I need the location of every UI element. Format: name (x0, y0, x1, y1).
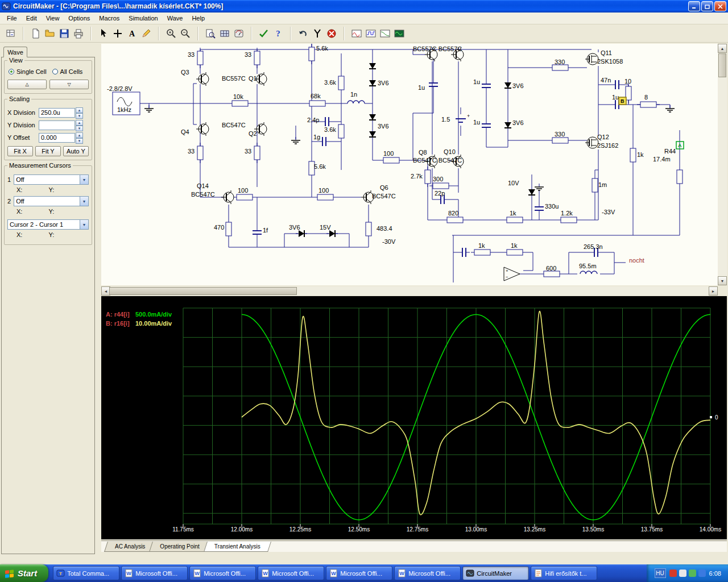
taskbar-task-microsoft-offi-[interactable]: WMicrosoft Offi... (326, 566, 392, 580)
wave-panel: Wave View Single CellAll Cells △ ▽ Scali… (0, 43, 97, 564)
taskbar-task-microsoft-offi-[interactable]: WMicrosoft Offi... (394, 566, 461, 580)
cursor1-number: 1 (7, 176, 11, 183)
stop-simulation-button[interactable] (324, 27, 338, 40)
cursor1-select[interactable]: Off ▼ (14, 174, 89, 185)
scroll-down-icon[interactable]: ▼ (718, 276, 727, 285)
menu-file[interactable]: File (2, 14, 22, 23)
start-button[interactable]: Start (0, 564, 48, 582)
radio-single-cell[interactable]: Single Cell (9, 68, 47, 75)
y-offset-spinner[interactable]: ▲▼ (76, 132, 83, 143)
save-file-button[interactable] (57, 27, 71, 40)
cursor2-x-label: X: (16, 208, 22, 215)
tab-ac-analysis[interactable]: AC Analysis (106, 541, 154, 552)
antivirus-icon[interactable] (669, 569, 677, 577)
scroll-right-icon[interactable]: ► (709, 286, 718, 296)
component-label: 1kHz (117, 106, 131, 113)
tab-transient-analysis[interactable]: Transient Analysis (205, 541, 270, 552)
component-label: 3.6k (324, 126, 336, 133)
horizontal-scroll-thumb[interactable] (109, 287, 297, 295)
find-part-button[interactable] (203, 27, 217, 40)
scroll-up-icon[interactable]: ▲ (718, 44, 727, 53)
vertical-scrollbar[interactable]: ▲ ▼ (718, 44, 727, 285)
tab-operating-point[interactable]: Operating Point (151, 541, 209, 552)
arrow-tool-button[interactable] (96, 27, 110, 40)
restore-button[interactable] (701, 1, 713, 11)
multimeter-button[interactable] (231, 27, 246, 40)
zoom-out-tool-button[interactable] (178, 27, 192, 40)
wave-next-button[interactable]: ▽ (49, 80, 89, 89)
waveform-plot[interactable]: 11.75ms12.00ms12.25ms12.50ms12.75ms13.00… (101, 296, 727, 539)
component-label: 100 (318, 187, 329, 194)
probe-tool-button[interactable] (310, 27, 324, 40)
help-button[interactable]: ? (271, 27, 285, 40)
language-indicator[interactable]: HU (655, 568, 666, 578)
chevron-down-icon[interactable]: ▼ (80, 197, 88, 206)
zoom-in-tool-icon (166, 28, 176, 39)
volume-icon[interactable] (679, 569, 686, 577)
print-button[interactable] (71, 27, 85, 40)
open-file-button[interactable] (43, 27, 57, 40)
minimize-button[interactable] (688, 1, 700, 11)
chevron-down-icon[interactable]: ▼ (80, 220, 88, 229)
y-offset-input[interactable] (39, 133, 75, 143)
auto-y-button[interactable]: Auto Y (63, 146, 89, 156)
add-part-button[interactable] (110, 27, 125, 40)
new-file-button[interactable] (28, 27, 43, 40)
y-division-input[interactable] (39, 120, 75, 130)
digital-waveforms-button[interactable] (363, 27, 378, 40)
oscilloscope-button[interactable] (392, 27, 406, 40)
network-icon[interactable] (689, 569, 696, 577)
component-label: 2.4p (307, 117, 319, 123)
radio-all-cells[interactable]: All Cells (52, 68, 83, 75)
taskbar-task-hifi-er-s-t-k-t-[interactable]: Hifi erősítők t... (531, 566, 597, 580)
taskbar-task-total-comma-[interactable]: TTotal Comma... (53, 566, 119, 580)
taskbar-task-circuitmaker[interactable]: CircuitMaker (462, 566, 529, 580)
component-label: nocht (629, 257, 644, 264)
chevron-down-icon[interactable]: ▼ (80, 175, 88, 184)
bode-plot-button[interactable] (378, 27, 392, 40)
menu-macros[interactable]: Macros (94, 14, 124, 23)
component-label: BC547C (372, 193, 396, 199)
taskbar-task-microsoft-offi-[interactable]: WMicrosoft Offi... (121, 566, 188, 580)
digital-grid-button[interactable] (217, 27, 231, 40)
check-tool-button[interactable] (257, 27, 271, 40)
x-division-input[interactable] (39, 108, 75, 118)
x-tick-label: 12.25ms (289, 526, 311, 533)
analog-waveforms-button[interactable] (349, 27, 363, 40)
find-part-icon (205, 28, 216, 39)
component-label: 2SK1058 (597, 58, 623, 65)
menu-view[interactable]: View (42, 14, 64, 23)
component-label: 2.7k (411, 173, 423, 180)
tab-wave[interactable]: Wave (3, 47, 27, 57)
undo-button[interactable] (296, 27, 310, 40)
component-label: 17.4m (653, 156, 671, 163)
fit-x-button[interactable]: Fit X (7, 146, 33, 156)
y-division-spinner[interactable]: ▲▼ (76, 120, 83, 130)
taskbar-task-microsoft-offi-[interactable]: WMicrosoft Offi... (189, 566, 256, 580)
zoom-in-tool-button[interactable] (164, 27, 178, 40)
x-division-spinner[interactable]: ▲▼ (76, 107, 83, 118)
taskbar-task-microsoft-offi-[interactable]: WMicrosoft Offi... (258, 566, 324, 580)
menu-help[interactable]: Help (187, 14, 209, 23)
messenger-icon[interactable] (698, 569, 706, 577)
wave-previous-button[interactable]: △ (7, 80, 47, 89)
probe-marker-a[interactable]: A (678, 143, 682, 148)
horizontal-scrollbar[interactable]: ◄ ► (101, 286, 718, 296)
text-tool-button[interactable]: A (125, 27, 139, 40)
menu-wave[interactable]: Wave (163, 14, 188, 23)
menu-edit[interactable]: Edit (22, 14, 42, 23)
cursor-diff-select[interactable]: Cursor 2 - Cursor 1 ▼ (7, 219, 89, 230)
cursor2-select[interactable]: Off ▼ (14, 196, 89, 206)
vertical-scroll-thumb[interactable] (718, 53, 726, 77)
view-group-title: View (7, 57, 24, 64)
probe-marker-b[interactable]: B (621, 98, 624, 104)
menu-options[interactable]: Options (64, 14, 94, 23)
tray-icons (669, 569, 706, 577)
fit-y-button[interactable]: Fit Y (35, 146, 61, 156)
parts-browser-button[interactable] (3, 27, 18, 40)
zero-marker: 0 (715, 414, 718, 421)
menu-simulation[interactable]: Simulation (124, 14, 162, 23)
schematic-canvas[interactable]: ++−33335.6kBC557C BC557C330Q112SK1058Q3B… (101, 44, 718, 285)
edit-tool-button[interactable] (139, 27, 153, 40)
close-button[interactable] (714, 1, 726, 11)
